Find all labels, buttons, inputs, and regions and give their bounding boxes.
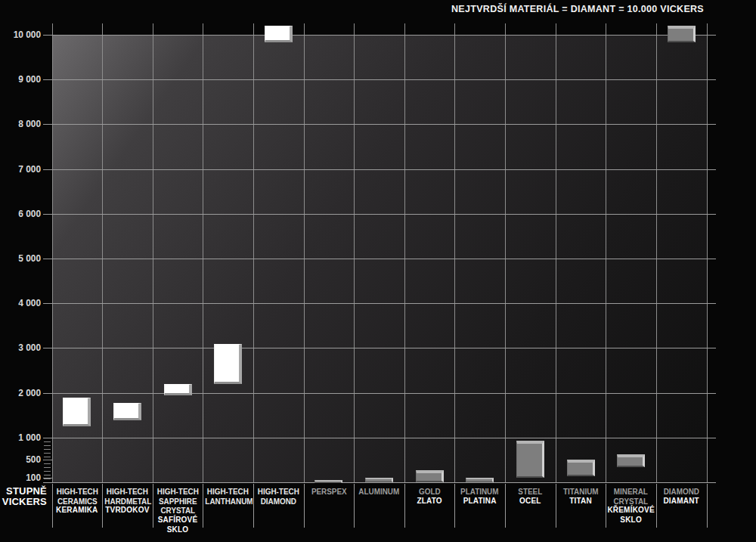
bar-aluminum (365, 478, 393, 483)
v-gridline (606, 23, 606, 482)
category-name-en: PLATINUM (457, 487, 503, 497)
bar-mineral-crystal (617, 454, 645, 467)
y-tick-label: 3 000 (5, 342, 41, 353)
bar-high-tech-lanthanum (214, 344, 242, 384)
v-gridline (253, 23, 254, 482)
category-name-en: CRYSTAL (609, 497, 654, 506)
h-gridline (43, 214, 716, 215)
category-label-high-tech-hardmetal: HIGH-TECHHARDMETALTVRDOKOV (102, 487, 153, 516)
category-name-czech: SAFÍROVÉ (153, 516, 203, 525)
y-minor-tick (44, 453, 51, 454)
category-name-en: STEEL (507, 487, 553, 497)
y-minor-tick (44, 445, 51, 446)
h-gridline (43, 259, 716, 259)
h-gridline (43, 303, 716, 304)
y-tick-label: 1 000 (5, 432, 41, 443)
bar-high-tech-ceramics (63, 398, 91, 427)
h-gridline (43, 124, 716, 125)
bar-gold (416, 470, 444, 482)
y-axis-title-line2: VICKERS (0, 497, 47, 507)
v-gridline (505, 23, 506, 482)
category-label-perspex: PERSPEX (304, 487, 355, 497)
y-tick-label: 4 000 (5, 297, 41, 308)
category-name-en: DIAMOND (658, 487, 704, 497)
bar-high-tech-hardmetal (113, 403, 141, 421)
category-label-titanium: TITANIUMTITAN (556, 487, 606, 506)
x-axis-baseline (43, 482, 716, 483)
category-name-czech: ZLATO (404, 497, 455, 506)
category-name-en: CRYSTAL (155, 506, 200, 516)
y-tick-label: 5 000 (5, 252, 41, 264)
category-name-czech: TITAN (556, 497, 606, 506)
v-gridline (404, 23, 405, 482)
category-name-czech: DIAMANT (656, 497, 707, 506)
v-gridline (556, 23, 556, 482)
h-gridline (43, 393, 716, 394)
category-name-en: HIGH-TECH (54, 487, 100, 497)
category-name-en: LANTHANUM (206, 497, 251, 506)
v-gridline (454, 23, 455, 482)
category-name-en: PERSPEX (306, 487, 352, 497)
bar-high-tech-diamond (265, 26, 293, 42)
v-gridline (656, 23, 657, 482)
v-gridline (354, 23, 355, 482)
category-label-high-tech-diamond: HIGH-TECHDIAMOND (253, 487, 304, 506)
y-tick-label: 10 000 (5, 29, 41, 40)
category-label-high-tech-sapphire: HIGH-TECHSAPPHIRECRYSTALSAFÍROVÉSKLO (153, 487, 203, 535)
category-name-en: GOLD (407, 487, 452, 497)
y-tick-label: 2 000 (5, 387, 41, 398)
chart-title: NEJTVRDŠÍ MATERIÁL = DIAMANT = 10.000 VI… (451, 4, 704, 14)
v-gridline (102, 23, 103, 482)
vickers-hardness-chart: NEJTVRDŠÍ MATERIÁL = DIAMANT = 10.000 VI… (0, 0, 756, 542)
v-gridline (52, 23, 53, 482)
category-name-czech: OCEL (505, 497, 556, 506)
bar-diamond (668, 26, 696, 42)
v-gridline (203, 23, 203, 482)
category-name-czech: KERAMIKA (52, 506, 103, 516)
bar-titanium (567, 460, 595, 476)
category-name-en: TITANIUM (558, 487, 603, 497)
bar-high-tech-sapphire (164, 384, 192, 395)
category-name-en: ALUMINUM (357, 487, 402, 497)
y-tick-label: 9 000 (5, 73, 41, 85)
category-name-en: DIAMOND (256, 497, 301, 506)
h-gridline (43, 438, 716, 438)
h-gridline (43, 35, 716, 36)
y-minor-tick (44, 457, 51, 457)
v-gridline (153, 23, 153, 482)
y-minor-tick (44, 460, 51, 460)
category-label-high-tech-ceramics: HIGH-TECHCERAMICSKERAMIKA (52, 487, 103, 516)
y-tick-label: 7 000 (5, 163, 41, 175)
y-tick-label: 100 (5, 472, 41, 483)
bar-steel (516, 441, 544, 478)
y-tick-label: 6 000 (5, 208, 41, 219)
category-label-gold: GOLDZLATO (404, 487, 455, 506)
y-axis-title: STUPNĚ VICKERS (0, 486, 47, 506)
category-label-high-tech-lanthanum: HIGH-TECHLANTHANUM (203, 487, 253, 506)
y-axis-title-line1: STUPNĚ (0, 486, 47, 497)
category-name-en: HIGH-TECH (104, 487, 150, 497)
category-name-en: HIGH-TECH (155, 487, 200, 497)
h-gridline (43, 169, 716, 170)
y-tick-label: 8 000 (5, 118, 41, 129)
v-gridline (304, 23, 305, 482)
bar-perspex (314, 480, 342, 483)
category-name-en: CERAMICS (54, 497, 100, 506)
y-tick-label: 500 (5, 454, 41, 465)
category-name-czech: SKLO (153, 525, 203, 535)
category-label-diamond: DIAMONDDIAMANT (656, 487, 707, 506)
category-name-czech: TVRDOKOV (102, 506, 153, 516)
category-name-en: HIGH-TECH (256, 487, 301, 497)
y-minor-tick (44, 449, 51, 450)
category-label-platinum: PLATINUMPLATINA (454, 487, 505, 506)
category-name-en: HIGH-TECH (206, 487, 251, 497)
category-name-en: MINERAL (609, 487, 654, 497)
y-minor-tick (44, 479, 51, 479)
category-label-mineral-crystal: MINERALCRYSTALKŘEMÍKOVÉSKLO (606, 487, 656, 525)
y-minor-tick (44, 463, 51, 464)
h-gridline (43, 79, 716, 80)
category-label-steel: STEELOCEL (505, 487, 556, 506)
column-separator (707, 484, 708, 528)
y-minor-tick (44, 467, 51, 468)
bar-platinum (466, 478, 494, 483)
